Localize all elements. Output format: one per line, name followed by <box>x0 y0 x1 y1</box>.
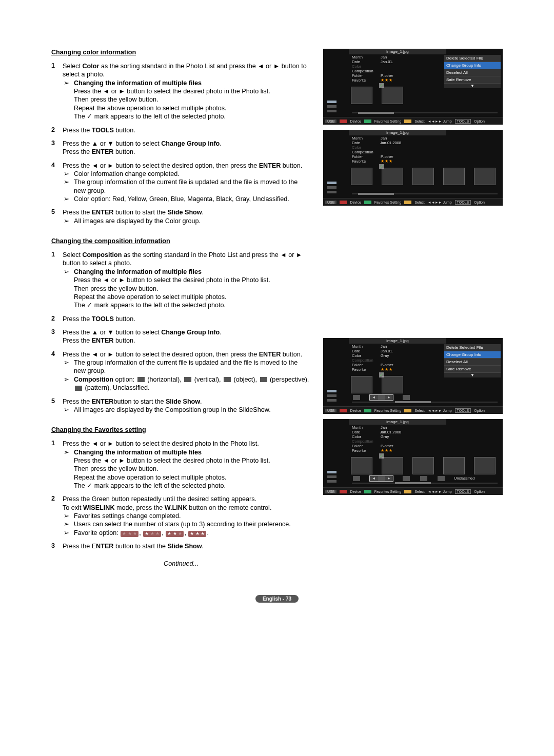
legend-text: Select <box>414 120 424 123</box>
bold: NTER <box>96 543 113 550</box>
bold: W.LINK <box>165 504 187 511</box>
photo-thumb[interactable] <box>474 457 496 474</box>
photo-thumb[interactable] <box>474 168 496 185</box>
red-dot-icon <box>340 201 347 204</box>
photo-thumb[interactable] <box>351 376 372 393</box>
check-icon: ✓ <box>379 164 384 169</box>
legend-text: Option <box>474 120 485 123</box>
photo-thumb[interactable]: ✓ <box>382 168 403 185</box>
stars-icon: ★★★ <box>381 448 393 453</box>
sub-line: Then press the yellow button. <box>74 285 159 292</box>
text: Press the <box>63 127 92 134</box>
comp-icon <box>438 476 445 481</box>
info-label: Color <box>352 64 378 69</box>
perspective-icon <box>260 377 267 382</box>
text: Press the ▲ or ▼ button to select <box>63 329 161 336</box>
text: . <box>220 140 222 147</box>
menu-item-deselect[interactable]: Deselect All <box>444 359 501 366</box>
text: button on the remote control. <box>187 504 272 511</box>
text: Select <box>63 251 83 258</box>
menu-item-delete[interactable]: Delete Selected File <box>444 55 501 62</box>
scrollbar-thumb[interactable] <box>358 193 394 195</box>
steps-favorites: 1 Press the ◄ or ► button to select the … <box>51 440 311 550</box>
continued-label: Continued... <box>51 560 311 567</box>
text: . <box>220 329 222 336</box>
photo-thumb[interactable] <box>443 457 465 474</box>
menu-item-deselect[interactable]: Deselect All <box>444 69 501 76</box>
text: Favorite option: <box>74 529 120 536</box>
photo-thumb[interactable] <box>351 457 372 474</box>
scrollbar-thumb[interactable] <box>395 401 431 403</box>
menu-item-delete[interactable]: Delete Selected File <box>444 344 501 351</box>
yellow-dot-icon <box>404 201 411 204</box>
step-number: 4 <box>51 162 63 204</box>
photo-thumb[interactable] <box>412 168 434 185</box>
photo-thumb[interactable] <box>412 457 434 474</box>
section-title-composition: Changing the composition information <box>51 237 311 245</box>
bold: Composition <box>83 251 122 258</box>
step-number: 2 <box>51 315 63 323</box>
menu-down-icon[interactable]: ▼ <box>444 373 501 377</box>
comp-icon <box>378 395 385 400</box>
arrow-item: Color information change completed. <box>63 170 311 178</box>
sub-line: Press the ◄ or ► button to select the de… <box>74 88 270 95</box>
info-label: Favorite <box>352 78 378 83</box>
step-number: 1 <box>51 251 63 310</box>
scrollbar-thumb[interactable] <box>395 482 431 484</box>
menu-down-icon[interactable]: ▼ <box>444 84 501 88</box>
info-label: Month <box>352 55 378 59</box>
fav-option-2: ★ ★ ★ <box>166 531 184 537</box>
comp-selected: ◄ ► <box>369 475 393 482</box>
sub-line: Then press the yellow button. <box>74 96 159 103</box>
menu-item-safe[interactable]: Safe Remove <box>444 366 501 373</box>
step-number: 2 <box>51 495 63 537</box>
text: Press the <box>63 398 92 405</box>
text: Press the ◄ or ► button to select the de… <box>63 162 259 169</box>
screenshot-composition-menu: image_1.jpg MonthJan DateJan.01. ColorGr… <box>323 338 503 414</box>
sub-line: Then press the yellow button. <box>74 465 159 472</box>
photo-thumb[interactable] <box>443 168 465 185</box>
text: Press the E <box>63 543 96 550</box>
text: Press the ◄ or ► button to select the de… <box>63 440 259 447</box>
side-nav-icon <box>327 101 337 112</box>
photo-thumb[interactable] <box>351 168 372 185</box>
sub-line: The ✓ mark appears to the left of the se… <box>74 302 226 309</box>
page-number: English - 73 <box>255 595 299 603</box>
step-number: 5 <box>51 208 63 225</box>
menu-item-safe[interactable]: Safe Remove <box>444 76 501 84</box>
shot-title: image_1.jpg <box>349 338 446 344</box>
text: button. <box>113 337 135 344</box>
menu-item-change[interactable]: Change Group Info <box>444 351 501 359</box>
legend-text: ◄◄►► Jump <box>428 120 452 123</box>
photo-thumb[interactable] <box>351 87 372 104</box>
yellow-dot-icon <box>404 490 411 493</box>
shot-title: image_1.jpg <box>349 130 446 135</box>
arrow-item: The group information of the current fil… <box>63 359 311 375</box>
bold: ENTER <box>259 162 281 169</box>
bold: Slide Show <box>167 209 202 216</box>
comp-unclassified: Unclassified <box>454 476 474 481</box>
bold: Color <box>83 63 100 70</box>
scrollbar-thumb[interactable] <box>358 112 394 114</box>
bold: Change Group Info <box>161 329 220 336</box>
vertical-icon <box>184 377 191 382</box>
menu-item-change[interactable]: Change Group Info <box>444 62 501 69</box>
text: Press the <box>63 209 92 216</box>
red-dot-icon <box>340 120 347 123</box>
bold: ENTER <box>259 351 281 358</box>
sub-title: Changing the information of multiple fil… <box>74 268 202 275</box>
arrow-item: Composition option: (horizontal), (verti… <box>63 375 311 392</box>
screenshot-color-menu: image_1.jpg MonthJan DateJan.01. Color C… <box>323 49 503 125</box>
step-number: 4 <box>51 350 63 392</box>
bold: Composition <box>74 376 113 383</box>
text: Select <box>63 63 83 70</box>
check-icon: ✓ <box>379 83 384 88</box>
text: button to start the <box>113 543 167 550</box>
sub-title: Changing the information of multiple fil… <box>74 79 202 87</box>
comp-selected: ◄ ► <box>369 394 393 401</box>
photo-thumb[interactable]: ✓ <box>382 87 403 104</box>
check-icon: ✓ <box>379 372 384 377</box>
photo-thumb[interactable]: ✓ <box>382 376 403 393</box>
steps-composition: 1 Select Composition as the sorting stan… <box>51 251 311 414</box>
photo-thumb[interactable]: ✓ <box>382 457 403 474</box>
